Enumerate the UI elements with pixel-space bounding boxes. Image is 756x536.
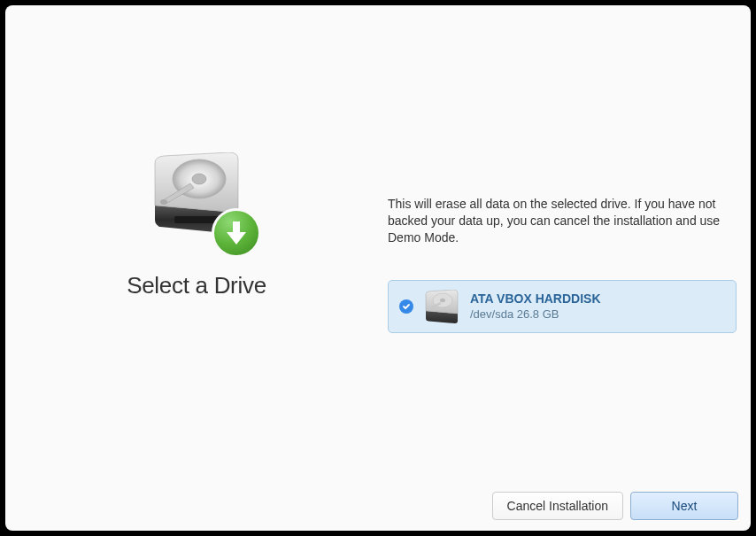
check-icon [399, 299, 413, 314]
warning-text: This will erase all data on the selected… [388, 196, 737, 246]
cancel-button[interactable]: Cancel Installation [492, 492, 623, 520]
drive-detail: /dev/sda 26.8 GB [470, 307, 601, 321]
installer-window: Select a Drive This will erase all data … [5, 5, 751, 531]
drive-thumb-icon [422, 290, 461, 323]
button-bar: Cancel Installation Next [492, 492, 738, 520]
drive-name: ATA VBOX HARDDISK [470, 291, 601, 306]
next-button[interactable]: Next [630, 492, 738, 520]
right-panel: This will erase all data on the selected… [388, 5, 751, 531]
svg-rect-3 [174, 216, 219, 223]
drive-option[interactable]: ATA VBOX HARDDISK /dev/sda 26.8 GB [388, 280, 737, 333]
drive-info: ATA VBOX HARDDISK /dev/sda 26.8 GB [470, 291, 601, 321]
page-title: Select a Drive [127, 272, 266, 299]
left-panel: Select a Drive [5, 5, 388, 531]
svg-point-5 [440, 298, 445, 301]
content-area: Select a Drive This will erase all data … [5, 5, 751, 531]
svg-point-1 [192, 174, 206, 184]
download-arrow-badge-icon [212, 208, 261, 258]
svg-point-2 [160, 199, 167, 205]
drive-select-icon [139, 148, 254, 254]
